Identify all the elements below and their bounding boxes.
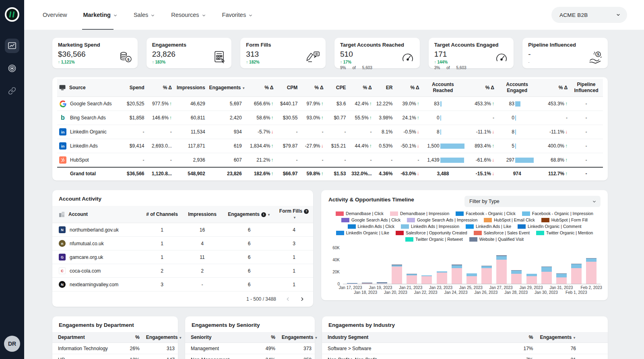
metric-cell: 0.53%: [374, 139, 395, 153]
filter-by-type-select[interactable]: Filter by Type: [464, 196, 601, 207]
nav-item-resources[interactable]: Resources: [171, 0, 206, 30]
metric-delta-cell: -63.0%↓: [394, 167, 421, 180]
sidebar-link-icon[interactable]: [5, 84, 19, 98]
account-table-row[interactable]: Ggamcare.org.uk11161: [52, 250, 313, 264]
column-header-engagements[interactable]: Engagements▼: [536, 332, 579, 343]
pagination-prev-button[interactable]: [285, 296, 291, 302]
column-header-industry-segment: Industry Segment: [322, 332, 499, 343]
legend-label: Salesforce | Sales Event: [484, 230, 530, 235]
stacked-bar[interactable]: [496, 255, 507, 284]
metric-delta-cell: 55.5%↑: [348, 111, 374, 125]
chart-bar-slot: [494, 245, 509, 284]
metric-delta-cell: 21.2%↑: [244, 153, 276, 168]
metric-delta-cell: -11.1%↓: [464, 125, 496, 139]
stacked-bar[interactable]: [481, 266, 492, 284]
sort-caret-icon: ▼: [242, 86, 245, 90]
metric-bar-cell: 297: [496, 153, 538, 168]
inline-bar: [515, 144, 516, 149]
account-table-row[interactable]: Nnextlearningvalley.com3-61: [52, 278, 313, 291]
inline-bar: [440, 144, 465, 149]
arrow-up-icon: ↑: [271, 115, 273, 121]
metric-cell: -: [570, 111, 603, 125]
delta-value: 97.9%: [307, 101, 320, 107]
bar-segment-demandbase-impression: [362, 283, 372, 284]
account-table-row[interactable]: nnfumutual.co.uk1463: [52, 237, 313, 250]
legend-item-twitter-organic-mention: Twitter Organic | Mention: [536, 230, 593, 235]
bar-segment-demandbase-impression: [407, 275, 417, 284]
stacked-bar[interactable]: [377, 282, 387, 284]
metric-cell: 23,826: [207, 167, 244, 180]
account-column-header-engagements[interactable]: Engagementsi▼: [223, 206, 275, 223]
inline-bar: [440, 129, 441, 135]
legend-item-facebook-organic-impression: Facebook - Organic | Impression: [522, 211, 593, 216]
source-table-row[interactable]: inLinkedIn Ads$9,4142,693.0...117,871619…: [57, 139, 603, 153]
metric-cell: 607: [207, 153, 244, 168]
column-header-engagements[interactable]: Engagements▼: [143, 332, 178, 343]
column-header-engagements[interactable]: Engagements▼: [279, 332, 315, 343]
stacked-bar[interactable]: [571, 264, 582, 284]
stacked-bar[interactable]: [526, 274, 537, 284]
source-name: LinkedIn Organic: [70, 129, 107, 135]
account-switcher[interactable]: ACME B2B: [551, 7, 627, 23]
stacked-bar[interactable]: [407, 274, 417, 284]
chart-bar-slot: [390, 245, 405, 284]
cell: Software > Software: [322, 343, 499, 354]
bar-segment-linkedin-ads-impression: [571, 264, 582, 269]
account-domain: coca-cola.com: [70, 268, 101, 274]
delta-value: 59.8%: [307, 171, 320, 176]
nav-item-overview[interactable]: Overview: [43, 0, 67, 30]
pagination-next-button[interactable]: [299, 296, 305, 302]
nav-item-favorites[interactable]: Favorites: [222, 0, 253, 30]
column-header-accounts-reached: Accounts Reached: [421, 79, 465, 97]
cell: 7%: [499, 354, 536, 359]
nav-item-marketing[interactable]: Marketing: [83, 0, 118, 30]
legend-swatch: [401, 224, 409, 229]
user-avatar[interactable]: DR: [4, 336, 20, 352]
stacked-bar[interactable]: [437, 271, 447, 284]
stacked-bar[interactable]: [541, 267, 552, 284]
stacked-bar[interactable]: [511, 270, 522, 284]
metric-cell: 2,936: [174, 153, 207, 168]
bottom-row: Engagements by Department Department%Eng…: [52, 316, 608, 359]
site-favicon: N: [59, 281, 66, 288]
kpi-card-target-accounts-engaged: Target Accounts Engaged171↑ 144%3%of5,60…: [429, 38, 514, 68]
column-header-: %: [256, 332, 279, 343]
chart-y-axis: 020K40K60K: [328, 245, 343, 284]
nav-item-sales[interactable]: Sales: [134, 0, 155, 30]
delta-value: 453.3%: [475, 101, 491, 107]
source-table-row[interactable]: inLinkedIn Organic--11,534934-5.7%↓----8…: [57, 125, 603, 139]
account-table-row[interactable]: Nnorthumberland.gov.uk11664: [52, 223, 313, 237]
stacked-bar[interactable]: [586, 258, 597, 284]
delta-value: 68.8%: [551, 157, 564, 163]
help-icon[interactable]: ?: [304, 209, 309, 214]
stacked-bar[interactable]: [466, 273, 477, 284]
monitor-icon: [59, 85, 66, 90]
metric-delta-cell: 893.4%↑: [464, 139, 496, 153]
column-header-spend: Spend: [120, 79, 146, 97]
stacked-bar[interactable]: [362, 283, 372, 284]
legend-swatch: [336, 231, 344, 235]
account-column-header-form-fills[interactable]: Form Fills?▼: [275, 206, 313, 223]
chevron-down-icon: [202, 13, 206, 18]
sidebar-analytics-chart-icon[interactable]: [5, 39, 19, 53]
source-table-row[interactable]: HubSpot--2,93660721.2%↑------1,439-61.6%…: [57, 153, 603, 168]
sidebar-bullseye-icon[interactable]: [5, 61, 19, 76]
source-table-row[interactable]: Google Search Ads$20,525977.5%↑46,6295,6…: [57, 97, 603, 111]
column-header-engagements[interactable]: Engagements▼: [207, 79, 244, 97]
stacked-bar[interactable]: [421, 275, 432, 284]
stacked-bar[interactable]: [392, 265, 402, 284]
metric-bar-cell: 1,500: [421, 139, 465, 153]
stacked-bar[interactable]: [452, 265, 462, 284]
brand-logo-icon[interactable]: [4, 6, 20, 23]
source-name-cell: Google Search Ads: [57, 97, 120, 111]
chart-bar-slot: [539, 245, 554, 284]
account-table-row[interactable]: Ccoca-cola.com2261: [52, 264, 313, 278]
account-domain: nfumutual.co.uk: [70, 241, 104, 246]
metric-cell: -: [275, 153, 299, 168]
info-icon[interactable]: i: [261, 212, 266, 217]
delta-value: 42.4%: [355, 101, 369, 107]
stacked-bar[interactable]: [347, 283, 357, 284]
stacked-bar[interactable]: [556, 273, 567, 284]
source-table-row[interactable]: bBing Search Ads$1,858146.6%↑60,8112,420…: [57, 111, 603, 125]
metric-cell: $20,525: [120, 97, 146, 111]
